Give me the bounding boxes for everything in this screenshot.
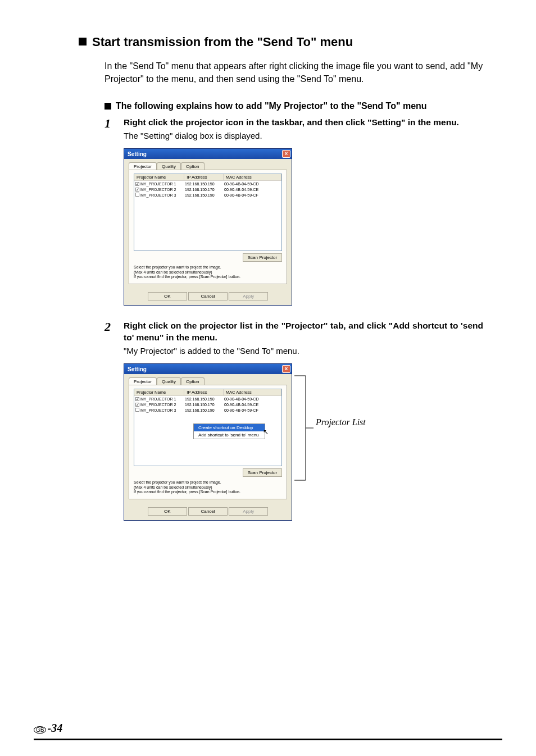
step-1-title: Right click the projector icon in the ta… bbox=[124, 117, 483, 129]
col-name: Projector Name bbox=[134, 174, 184, 180]
cancel-button[interactable]: Cancel bbox=[188, 507, 228, 516]
gb-badge: GB bbox=[34, 726, 46, 734]
ctx-item-desktop[interactable]: Create shortcut on Desktop bbox=[194, 424, 265, 431]
step-2-title: Right click on the projector list in the… bbox=[124, 320, 483, 344]
callout-bracket bbox=[294, 376, 314, 480]
step-2-sub: "My Projector" is added to the "Send To"… bbox=[124, 346, 483, 356]
tab-projector[interactable]: Projector bbox=[129, 377, 157, 385]
step-number-2: 2 bbox=[105, 320, 124, 334]
scan-projector-button[interactable]: Scan Projector bbox=[243, 468, 282, 477]
ok-button[interactable]: OK bbox=[148, 507, 187, 516]
tab-projector[interactable]: Projector bbox=[129, 162, 157, 170]
projector-list[interactable]: Projector Name IP Address MAC Address ✓M… bbox=[134, 174, 282, 251]
step-number-1: 1 bbox=[105, 117, 124, 130]
col-mac: MAC Address bbox=[224, 174, 281, 180]
tab-option[interactable]: Option bbox=[181, 162, 205, 170]
callout-label: Projector List bbox=[316, 417, 366, 427]
list-item[interactable]: ✓MY_PROJECTOR 2192.168.150.17000-90-4B-0… bbox=[134, 186, 281, 192]
col-ip: IP Address bbox=[184, 389, 223, 395]
list-item[interactable]: MY_PROJECTOR 3192.168.150.19000-90-4B-04… bbox=[134, 407, 281, 413]
close-icon[interactable]: × bbox=[282, 150, 290, 158]
list-item[interactable]: ✓MY_PROJECTOR 2192.168.150.17000-90-4B-0… bbox=[134, 402, 281, 407]
section-title: Start transmission from the "Send To" me… bbox=[92, 35, 353, 49]
intro-paragraph: In the "Send To" menu that appears after… bbox=[105, 60, 483, 85]
tab-quality[interactable]: Quality bbox=[157, 377, 181, 385]
tab-quality[interactable]: Quality bbox=[157, 162, 181, 170]
tab-option[interactable]: Option bbox=[181, 377, 205, 385]
footer-rule bbox=[34, 739, 502, 740]
apply-button: Apply bbox=[229, 292, 268, 300]
help-line: If you cannot find the projector, press … bbox=[134, 490, 282, 494]
ctx-item-sendto[interactable]: Add shortcut to 'send to' menu bbox=[194, 431, 265, 439]
help-line: (Max 4 units can be selected simultaneou… bbox=[134, 485, 282, 490]
sub-heading: The following explains how to add "My Pr… bbox=[116, 101, 427, 111]
list-item[interactable]: MY_PROJECTOR 3192.168.150.19000-90-4B-04… bbox=[134, 192, 281, 198]
sub-bullet bbox=[105, 103, 111, 110]
page-footer: GB -34 bbox=[34, 722, 62, 735]
step-1-sub: The "Setting" dialog box is displayed. bbox=[124, 131, 483, 140]
list-item[interactable]: ✓MY_PROJECTOR 1192.168.150.15000-90-4B-0… bbox=[134, 396, 281, 402]
help-line: Select the projector you want to project… bbox=[134, 480, 282, 485]
ok-button[interactable]: OK bbox=[148, 292, 187, 300]
cancel-button[interactable]: Cancel bbox=[188, 292, 228, 300]
col-mac: MAC Address bbox=[224, 389, 281, 395]
help-line: (Max 4 units can be selected simultaneou… bbox=[134, 270, 282, 275]
close-icon[interactable]: × bbox=[282, 365, 290, 373]
scan-projector-button[interactable]: Scan Projector bbox=[243, 253, 282, 262]
help-line: If you cannot find the projector, press … bbox=[134, 275, 282, 279]
dialog-title: Setting bbox=[128, 151, 147, 157]
help-line: Select the projector you want to project… bbox=[134, 265, 282, 270]
dialog-title: Setting bbox=[128, 366, 147, 372]
list-item[interactable]: ✓MY_PROJECTOR 1192.168.150.15000-90-4B-0… bbox=[134, 181, 281, 186]
cursor-icon: ↖ bbox=[263, 428, 269, 436]
context-menu: Create shortcut on Desktop Add shortcut … bbox=[193, 423, 265, 439]
col-ip: IP Address bbox=[184, 174, 223, 180]
setting-dialog-2: Setting × Projector Quality Option Proje… bbox=[124, 363, 292, 521]
setting-dialog-1: Setting × Projector Quality Option Proje… bbox=[124, 148, 292, 306]
col-name: Projector Name bbox=[134, 389, 184, 395]
apply-button: Apply bbox=[229, 507, 268, 516]
section-bullet bbox=[79, 38, 87, 45]
